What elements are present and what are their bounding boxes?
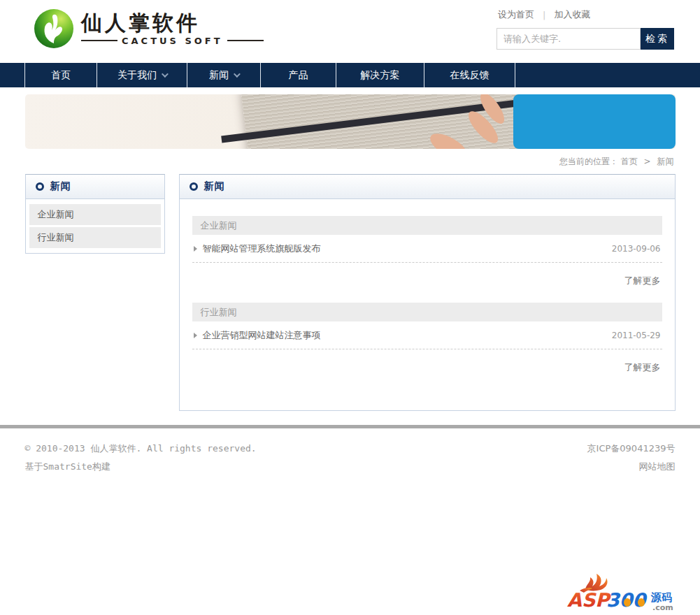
sidebar-item-industry-news[interactable]: 行业新闻 (29, 227, 161, 248)
news-item-link[interactable]: 企业营销型网站建站注意事项 (194, 329, 321, 342)
copyright-text: © 2010-2013 仙人掌软件. All rights reserved. (25, 442, 257, 455)
breadcrumb-prefix: 您当前的位置： (559, 157, 618, 166)
nav-item-home[interactable]: 首页 (24, 63, 97, 87)
site-logo: 仙人掌软件 CACTUS SOFT (34, 8, 264, 49)
main-panel-body: 企业新闻 智能网站管理系统旗舰版发布 2013-09-06 了解更多 行业新闻 (180, 199, 675, 410)
footer-left: © 2010-2013 仙人掌软件. All rights reserved. … (25, 442, 257, 479)
nav-item-label: 首页 (51, 69, 71, 82)
section-heading: 企业新闻 (192, 216, 662, 235)
breadcrumb: 您当前的位置： 首页 > 新闻 (25, 149, 676, 174)
more-link[interactable]: 了解更多 (624, 362, 661, 372)
nav-item-label: 产品 (289, 69, 308, 82)
top-links: 设为首页 | 加入收藏 (498, 8, 674, 21)
news-section-industry: 行业新闻 企业营销型网站建站注意事项 2011-05-29 了解更多 (192, 303, 662, 375)
logo-title: 仙人掌软件 (81, 12, 264, 34)
nav-item-solutions[interactable]: 解决方案 (336, 63, 424, 87)
sidebar-title: 新闻 (50, 180, 71, 193)
set-home-link[interactable]: 设为首页 (498, 8, 534, 21)
search-input[interactable] (497, 28, 641, 50)
logo-dash-left (81, 40, 117, 41)
news-sidebar: 新闻 企业新闻 行业新闻 (25, 174, 165, 254)
news-item-link[interactable]: 智能网站管理系统旗舰版发布 (194, 243, 321, 255)
watermark-asp-text: ASP (567, 589, 611, 611)
main-panel-title: 新闻 (204, 180, 225, 193)
footer-right: 京ICP备09041239号 网站地图 (587, 442, 676, 479)
arrow-right-icon (194, 246, 197, 252)
sitemap-link[interactable]: 网站地图 (639, 461, 676, 472)
chevron-down-icon (234, 71, 241, 78)
ring-icon (36, 182, 44, 191)
sidebar-item-company-news[interactable]: 企业新闻 (29, 204, 161, 225)
chevron-down-icon (162, 71, 169, 78)
more-link[interactable]: 了解更多 (624, 275, 661, 286)
logo-subtitle: CACTUS SOFT (81, 36, 264, 46)
banner-blue-panel (513, 94, 676, 149)
logo-dash-right (227, 40, 264, 41)
news-item-date: 2013-09-06 (612, 244, 661, 254)
nav-item-news[interactable]: 新闻 (187, 63, 261, 87)
breadcrumb-home-link[interactable]: 首页 (621, 157, 638, 166)
ring-icon (190, 182, 198, 191)
footer-divider (0, 425, 700, 428)
sidebar-list: 企业新闻 行业新闻 (26, 199, 164, 253)
news-row: 智能网站管理系统旗舰版发布 2013-09-06 (192, 235, 662, 263)
search-bar: 检索 (497, 28, 674, 50)
news-item-date: 2011-05-29 (612, 331, 661, 340)
nav-item-about[interactable]: 关于我们 (97, 63, 187, 87)
cactus-logo-icon (34, 8, 74, 49)
news-item-title: 企业营销型网站建站注意事项 (203, 329, 321, 342)
add-favorite-link[interactable]: 加入收藏 (554, 8, 590, 21)
asp300-watermark-logo: ASP 300 源码 .com (566, 570, 685, 613)
watermark-cn-text: 源码 (650, 591, 672, 604)
news-main-panel: 新闻 企业新闻 智能网站管理系统旗舰版发布 2013-09-06 了解更多 行业… (179, 174, 676, 411)
nav-items: 首页 关于我们 新闻 产品 解决方案 在线反馈 (24, 63, 700, 87)
icp-link[interactable]: 京ICP备09041239号 (587, 443, 676, 454)
content-area: 新闻 企业新闻 行业新闻 新闻 企业新闻 智能网站管理系统旗舰版发布 2013-… (25, 174, 676, 411)
search-button[interactable]: 检索 (641, 28, 674, 50)
nav-item-label: 在线反馈 (450, 69, 490, 82)
breadcrumb-separator: > (644, 157, 651, 166)
section-heading: 行业新闻 (192, 303, 662, 321)
sidebar-header: 新闻 (26, 175, 164, 199)
nav-item-products[interactable]: 产品 (261, 63, 336, 87)
nav-item-label: 新闻 (209, 69, 229, 82)
nav-item-feedback[interactable]: 在线反馈 (424, 63, 515, 87)
logo-subtitle-text: CACTUS SOFT (122, 36, 223, 46)
arrow-right-icon (194, 333, 197, 338)
main-panel-header: 新闻 (180, 175, 675, 199)
header: 仙人掌软件 CACTUS SOFT 设为首页 | 加入收藏 检索 (0, 0, 700, 63)
nav-item-label: 解决方案 (361, 69, 400, 82)
footer: © 2010-2013 仙人掌软件. All rights reserved. … (25, 442, 676, 479)
nav-item-label: 关于我们 (117, 69, 157, 82)
breadcrumb-current[interactable]: 新闻 (657, 157, 674, 166)
news-row: 企业营销型网站建站注意事项 2011-05-29 (192, 321, 662, 349)
built-with-link[interactable]: 基于SmatrSite构建 (25, 461, 110, 472)
top-links-separator: | (543, 10, 545, 20)
more-row: 了解更多 (192, 349, 662, 375)
news-item-title: 智能网站管理系统旗舰版发布 (203, 243, 321, 255)
more-row: 了解更多 (192, 263, 662, 289)
header-right: 设为首页 | 加入收藏 检索 (497, 7, 674, 50)
watermark-com-text: .com (652, 603, 673, 612)
news-section-company: 企业新闻 智能网站管理系统旗舰版发布 2013-09-06 了解更多 (192, 216, 662, 289)
main-navigation: 首页 关于我们 新闻 产品 解决方案 在线反馈 (0, 63, 700, 87)
banner-image (25, 94, 676, 149)
logo-text: 仙人掌软件 CACTUS SOFT (81, 12, 264, 46)
